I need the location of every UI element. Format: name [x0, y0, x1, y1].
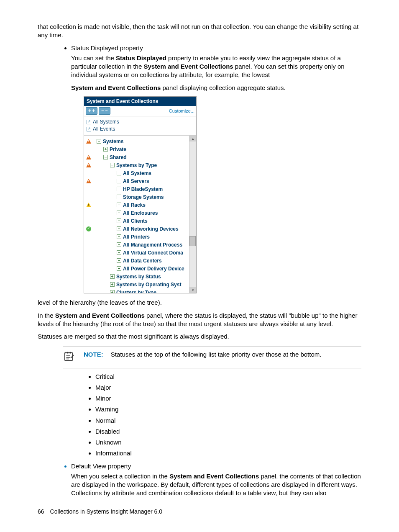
status-icon [84, 179, 93, 183]
status-icon [84, 163, 93, 167]
expand-icon[interactable] [117, 211, 121, 215]
bullet-title: Default View property [71, 463, 131, 470]
collapse-icon[interactable] [103, 155, 108, 159]
tree-row[interactable]: All Systems [84, 169, 196, 177]
expand-icon[interactable] [117, 187, 121, 191]
status-item: Normal [95, 416, 361, 425]
tree-label: All Racks [123, 202, 146, 208]
tree-row[interactable]: Systems by Type [84, 161, 196, 169]
tree-row[interactable]: All Networking Devices [84, 225, 196, 233]
status-item: Disabled [95, 427, 361, 436]
expand-icon[interactable] [117, 179, 121, 183]
tree-row[interactable]: All Virtual Connect Doma [84, 249, 196, 257]
status-icon [84, 155, 93, 159]
tree-row[interactable]: All Management Process [84, 241, 196, 249]
expand-icon[interactable] [117, 218, 121, 223]
collapse-all-button[interactable]: – – [99, 107, 110, 115]
expand-icon[interactable] [110, 274, 115, 279]
tree-label: All Enclosures [123, 210, 158, 216]
scroll-down-button[interactable]: ▾ [189, 287, 196, 293]
after-p5: Statuses are merged so that the most sig… [38, 332, 361, 341]
panel-title: System and Event Collections [84, 97, 196, 106]
scroll-thumb[interactable] [189, 236, 196, 246]
tree-label: All Power Delivery Device [123, 265, 184, 272]
collections-panel: System and Event Collections + + – – Cus… [84, 96, 197, 294]
tree-row[interactable]: Systems by Operating Syst [84, 280, 196, 288]
bullet-default-view: Default View property When you select a … [71, 462, 361, 498]
status-item: Critical [95, 373, 361, 381]
tree-row[interactable]: Clusters by Type [84, 288, 196, 293]
tree-row[interactable]: All Clients [84, 217, 196, 225]
svg-rect-0 [65, 353, 73, 361]
tree-label: All Printers [123, 234, 150, 240]
note-label: NOTE: [84, 351, 103, 358]
expand-icon[interactable] [110, 282, 115, 287]
tree-row[interactable]: Shared [84, 153, 196, 161]
expand-icon[interactable] [117, 203, 121, 207]
tree-label: Shared [110, 154, 127, 161]
expand-all-button[interactable]: + + [86, 107, 97, 115]
after-p4: In the System and Event Collections pane… [38, 311, 361, 329]
intro-paragraph: that collection is made not visible, the… [38, 23, 361, 40]
bullet-title: Status Displayed property [71, 44, 143, 51]
status-item: Unknown [95, 438, 361, 447]
tree-row[interactable]: Systems [84, 137, 196, 145]
tree-row[interactable]: All Printers [84, 233, 196, 241]
tree-label: All Virtual Connect Doma [123, 249, 183, 256]
chapter-title: Collections in Systems Insight Manager 6… [50, 508, 162, 516]
tree-label: Systems [103, 138, 123, 145]
tree-label: All Data Centers [123, 257, 162, 264]
expand-icon[interactable] [117, 171, 121, 175]
expand-icon[interactable] [103, 147, 108, 152]
expand-icon[interactable] [117, 250, 121, 255]
tree-label: Clusters by Type [116, 289, 156, 293]
expand-icon[interactable] [117, 242, 121, 247]
status-icon [84, 139, 93, 144]
page-footer: 66 Collections in Systems Insight Manage… [38, 508, 361, 516]
note-box: NOTE: Statuses at the top of the followi… [63, 347, 361, 368]
status-item: Major [95, 383, 361, 392]
customize-link[interactable]: Customize... [169, 108, 194, 114]
status-item: Minor [95, 394, 361, 403]
tree-row[interactable]: Storage Systems [84, 193, 196, 201]
tree-label: All Management Process [123, 242, 182, 248]
scrollbar[interactable]: ▴ ▾ [189, 136, 196, 293]
tree: SystemsPrivateSharedSystems by TypeAll S… [84, 136, 196, 293]
status-item: Informational [95, 449, 361, 457]
status-item: Warning [95, 405, 361, 414]
all-events-link[interactable]: All Events [87, 126, 194, 132]
tree-label: All Networking Devices [123, 226, 179, 232]
tree-row[interactable]: Systems by Status [84, 272, 196, 280]
popout-icon [87, 127, 91, 131]
tree-label: Systems by Operating Syst [116, 281, 181, 288]
note-text: NOTE: Statuses at the top of the followi… [84, 350, 321, 359]
tree-label: Private [110, 146, 126, 153]
expand-icon[interactable] [117, 226, 121, 231]
panel-toolbar: + + – – Customize... [84, 106, 196, 116]
tree-row[interactable]: HP BladeSystem [84, 185, 196, 193]
sd-para-2: System and Event Collections panel displ… [71, 84, 361, 92]
collapse-icon[interactable] [110, 163, 115, 167]
dv-para-1: When you select a collection in the Syst… [71, 472, 361, 498]
expand-icon[interactable] [110, 290, 115, 293]
expand-icon[interactable] [117, 234, 121, 239]
all-systems-link[interactable]: All Systems [87, 118, 194, 125]
tree-label: All Servers [123, 178, 149, 185]
tree-row[interactable]: All Data Centers [84, 257, 196, 265]
tree-row[interactable]: All Enclosures [84, 209, 196, 217]
collapse-icon[interactable] [97, 139, 101, 144]
tree-row[interactable]: All Racks [84, 201, 196, 209]
expand-icon[interactable] [117, 266, 121, 271]
expand-icon[interactable] [117, 195, 121, 199]
bullet-status-displayed: Status Displayed property You can set th… [71, 44, 361, 92]
tree-row[interactable]: All Servers [84, 177, 196, 185]
status-icon [84, 226, 93, 231]
scroll-up-button[interactable]: ▴ [189, 136, 196, 141]
page-number: 66 [38, 508, 44, 516]
tree-label: Systems by Type [116, 162, 157, 169]
tree-label: All Systems [123, 170, 151, 177]
tree-label: Storage Systems [123, 194, 164, 200]
tree-row[interactable]: All Power Delivery Device [84, 265, 196, 272]
expand-icon[interactable] [117, 258, 121, 263]
tree-row[interactable]: Private [84, 145, 196, 153]
